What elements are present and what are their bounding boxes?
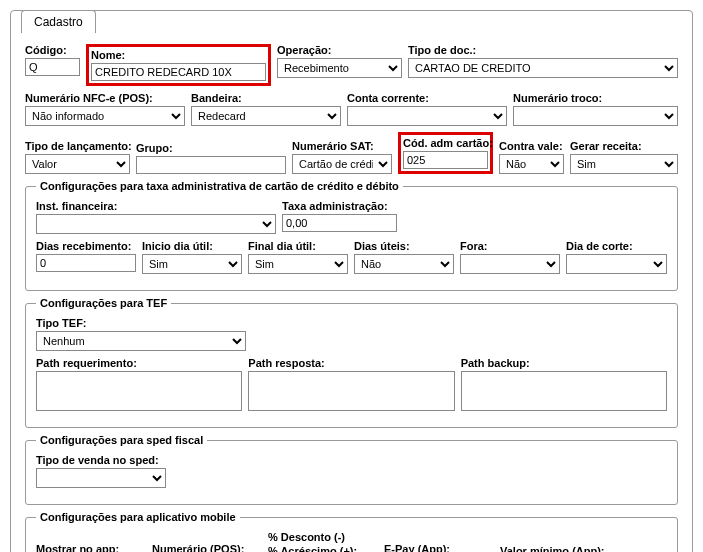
epay-label: E-Pay (App): [384,543,494,552]
valormin-label: Valor mínimo (App): [500,545,667,552]
grupo-input[interactable] [136,156,286,174]
grupo-label: Grupo: [136,142,286,154]
diasreceb-input[interactable] [36,254,136,272]
diacorte-select[interactable] [566,254,667,274]
pathbackup-textarea[interactable] [461,371,667,411]
contravale-select[interactable]: Não [499,154,564,174]
nome-input[interactable] [91,63,266,81]
tipotef-select[interactable]: Nenhum [36,331,246,351]
desconto-label1: % Desconto (-) [268,531,378,543]
fieldset-taxa-adm-legend: Configurações para taxa administrativa d… [36,180,403,192]
row-3: Tipo de lançamento: Valor Grupo: Numerár… [25,132,678,174]
codigo-label: Código: [25,44,80,56]
tipovenda-select[interactable] [36,468,166,488]
contacorrente-select[interactable] [347,106,507,126]
tipotef-label: Tipo TEF: [36,317,246,329]
diasuteis-label: Dias úteis: [354,240,454,252]
iniciodia-label: Inicio dia útil: [142,240,242,252]
gerarreceita-select[interactable]: Sim [570,154,678,174]
row-1: Código: Nome: Operação: Recebimento Tipo… [25,44,678,86]
taxaadm-input[interactable] [282,214,397,232]
tipovenda-label: Tipo de venda no sped: [36,454,166,466]
tab-cadastro[interactable]: Cadastro [21,10,96,33]
fieldset-mobile-legend: Configurações para aplicativo mobile [36,511,240,523]
taxaadm-label: Taxa administração: [282,200,397,212]
instfin-select[interactable] [36,214,276,234]
pathresp-textarea[interactable] [248,371,454,411]
pathreq-label: Path requerimento: [36,357,242,369]
cadastro-panel: Cadastro Código: Nome: Operação: Recebim… [10,10,693,552]
instfin-label: Inst. financeira: [36,200,276,212]
tipolanc-label: Tipo de lançamento: [25,140,130,152]
mostrar-label: Mostrar no app: [36,543,146,552]
numsat-select[interactable]: Cartão de crédito [292,154,392,174]
numerario-label: Numerário (POS): [152,543,262,552]
diacorte-label: Dia de corte: [566,240,667,252]
numnfce-label: Numerário NFC-e (POS): [25,92,185,104]
iniciodia-select[interactable]: Sim [142,254,242,274]
bandeira-select[interactable]: Redecard [191,106,341,126]
fieldset-sped: Configurações para sped fiscal Tipo de v… [25,434,678,505]
fora-label: Fora: [460,240,560,252]
numtroco-select[interactable] [513,106,678,126]
gerarreceita-label: Gerar receita: [570,140,678,152]
fieldset-mobile: Configurações para aplicativo mobile Mos… [25,511,678,552]
nome-label: Nome: [91,49,266,61]
tipolanc-select[interactable]: Valor [25,154,130,174]
numsat-label: Numerário SAT: [292,140,392,152]
fieldset-tef: Configurações para TEF Tipo TEF: Nenhum … [25,297,678,428]
codadm-label: Cód. adm cartão: [403,137,488,149]
row-2: Numerário NFC-e (POS): Não informado Ban… [25,92,678,126]
contravale-label: Contra vale: [499,140,564,152]
codigo-input[interactable] [25,58,80,76]
tipodoc-select[interactable]: CARTAO DE CREDITO [408,58,678,78]
diasreceb-label: Dias recebimento: [36,240,136,252]
tipodoc-label: Tipo de doc.: [408,44,678,56]
desconto-label2: % Acréscimo (+): [268,545,378,552]
operacao-label: Operação: [277,44,402,56]
fieldset-taxa-adm: Configurações para taxa administrativa d… [25,180,678,291]
numtroco-label: Numerário troco: [513,92,678,104]
contacorrente-label: Conta corrente: [347,92,507,104]
pathreq-textarea[interactable] [36,371,242,411]
codadm-input[interactable] [403,151,488,169]
fieldset-sped-legend: Configurações para sped fiscal [36,434,207,446]
fieldset-tef-legend: Configurações para TEF [36,297,171,309]
pathbackup-label: Path backup: [461,357,667,369]
finaldia-label: Final dia útil: [248,240,348,252]
finaldia-select[interactable]: Sim [248,254,348,274]
diasuteis-select[interactable]: Não [354,254,454,274]
pathresp-label: Path resposta: [248,357,454,369]
fora-select[interactable] [460,254,560,274]
operacao-select[interactable]: Recebimento [277,58,402,78]
bandeira-label: Bandeira: [191,92,341,104]
numnfce-select[interactable]: Não informado [25,106,185,126]
